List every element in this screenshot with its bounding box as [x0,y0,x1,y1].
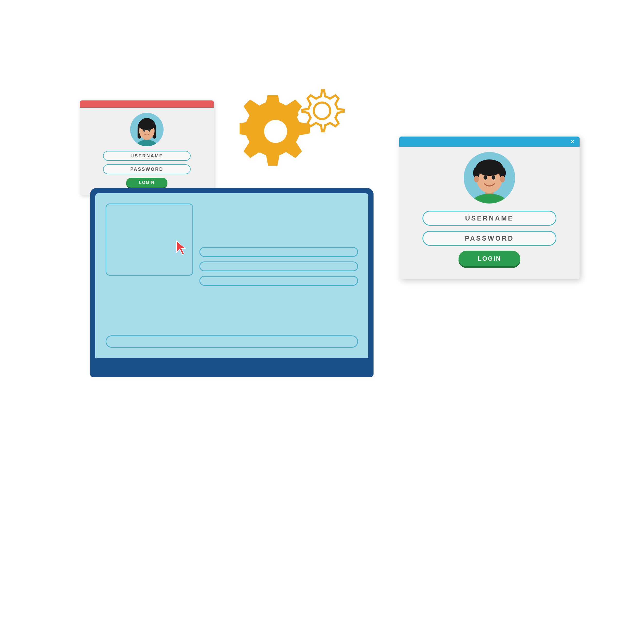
laptop-bottom-line [106,335,358,348]
svg-point-18 [474,176,479,182]
avatar-right [464,152,515,204]
laptop-line-1 [199,247,358,257]
login-button-right[interactable]: LOGIN [459,251,520,266]
svg-point-8 [139,119,155,130]
login-card-right: × [399,137,580,279]
close-button[interactable]: × [570,138,574,146]
svg-point-20 [484,175,487,180]
username-field-left[interactable]: USERNAME [103,151,191,161]
card-header-right: × [399,137,580,147]
laptop-line-2 [199,261,358,271]
laptop-foot [90,366,374,377]
laptop-screen-row [106,204,358,329]
avatar-left [130,113,164,146]
password-field-left[interactable]: PASSWORD [103,164,191,174]
svg-point-19 [500,176,505,182]
main-scene: USERNAME PASSWORD LOGIN [64,64,580,580]
card-header-left [80,100,214,108]
svg-point-22 [472,194,507,204]
cursor-icon [175,240,188,256]
svg-point-21 [492,175,495,180]
password-field-right[interactable]: PASSWORD [422,231,556,246]
svg-point-11 [137,140,157,146]
svg-marker-12 [176,241,185,255]
laptop-line-3 [199,276,358,286]
laptop-bottom [90,366,374,377]
svg-point-2 [314,103,330,119]
laptop-box-right [199,204,358,329]
username-field-right[interactable]: USERNAME [422,211,556,226]
laptop-screen-inner [95,193,368,358]
svg-point-1 [264,120,287,143]
laptop-screen-outer [90,188,374,358]
login-card-left: USERNAME PASSWORD LOGIN [80,100,214,195]
svg-point-10 [148,129,150,132]
card-body-right: USERNAME PASSWORD LOGIN [399,147,580,279]
login-button-left[interactable]: LOGIN [126,178,167,188]
svg-point-9 [143,129,145,132]
laptop [90,188,374,377]
laptop-base [90,358,374,366]
laptop-stand [201,372,263,377]
card-body-left: USERNAME PASSWORD LOGIN [80,108,214,195]
gear-small-icon [296,85,348,137]
